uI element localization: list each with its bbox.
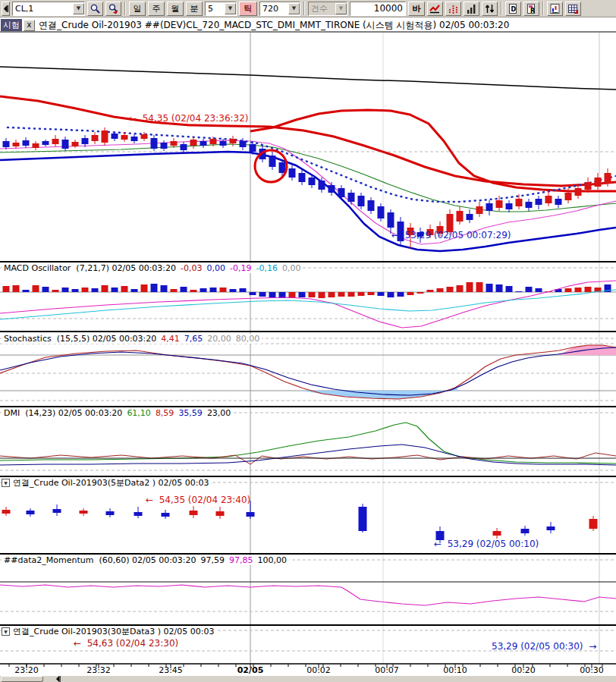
momentum-pane-header: ##data2_Momentum (60,60) 02/05 00:03:209… [2,555,289,565]
x-axis-label: 00:30 [570,665,613,675]
x-axis-label: 23:20 [5,665,48,675]
chart-application-window: CL,1 ▼ 일 주 월 분 5 ▼ 틱 720 ▼ 건수 ▼ 바 [0,0,616,682]
pane-header-text: 35,59 [176,408,205,418]
price-annotation: ← 54,35 (02/04 23:36:32) [129,113,249,124]
pane-header-text: 20,00 [205,334,234,344]
x-axis-label: 00:07 [366,665,408,675]
x-axis-label: 02/05 [229,665,272,675]
x-axis-label: 23:32 [77,665,120,675]
pane-header-text: 0,00 [280,263,303,273]
pane-header-text: 97,59 [199,555,228,565]
pane-header-text: -0,19 [228,263,253,273]
pane-header-text: 연결_Crude Oil-201903(5분Data2 ) 02/05 00:0… [11,478,211,488]
x-axis-label: 00:02 [297,665,340,675]
pane-header-text: 97,85 [227,555,256,565]
pane-header-text: ##data2_Momentum (60,60) 02/05 00:03:20 [2,555,199,565]
pane-header-text: 7,65 [182,334,206,344]
horizontal-scrollbar[interactable] [0,675,616,682]
scroll-left-icon [55,676,61,682]
stochastics-pane-header: Stochastics (15,5,5) 02/05 00:03:204,417… [2,334,262,344]
pane-header-text: 80,00 [234,334,262,344]
pane-header-text: MACD Oscillator (7,21,7) 02/05 00:03:20 [2,263,178,273]
pane-header-text: -0,16 [253,263,279,273]
price-annotation: ← 53,29 (02/05 00:07:29) [391,230,511,240]
price-annotation: ← 54,63 (02/04 23:30) [74,638,178,649]
pane-header-text: 8,59 [153,408,177,418]
pane-header-text: 4,41 [159,334,182,344]
pane-header-text: DMI (14,23) 02/05 00:03:20 [2,408,124,418]
dmi-pane-header: DMI (14,23) 02/05 00:03:2061,108,5935,59… [2,408,233,418]
x-axis-label: 00:10 [434,665,476,675]
scrollbar-left-button[interactable] [50,676,65,682]
pane-header-text: 0,00 [205,263,228,273]
pane-header-text: 23,00 [205,408,234,418]
macd-pane-header: MACD Oscillator (7,21,7) 02/05 00:03:20-… [2,263,303,273]
collapse-pane-icon[interactable]: ▼ [2,479,10,487]
pane-header-text: 61,10 [124,408,153,418]
data2-pane-header: ▼연결_Crude Oil-201903(5분Data2 ) 02/05 00:… [2,478,211,488]
pane-header-text: 100,00 [256,555,290,565]
data3-pane-header: ▼연결_Crude Oil-201903(30분Data3 ) 02/05 00… [2,627,216,636]
pane-header-text: Stochastics (15,5,5) 02/05 00:03:20 [2,334,159,344]
scrollbar-thumb[interactable] [1,676,43,682]
price-annotation: ← 53,29 (02/05 00:10) [434,539,539,549]
pane-header-text: -0,03 [178,263,204,273]
collapse-pane-icon[interactable]: ▼ [2,627,10,636]
price-annotation: 53,29 (02/05 00:30) → [492,641,596,652]
x-axis-label: 23:45 [149,665,192,675]
x-axis-label: 00:20 [502,665,545,675]
pane-header-text: 연결_Crude Oil-201903(30분Data3 ) 02/05 00:… [11,627,216,636]
price-annotation: ← 54,35 (02/04 23:40) [146,495,250,505]
